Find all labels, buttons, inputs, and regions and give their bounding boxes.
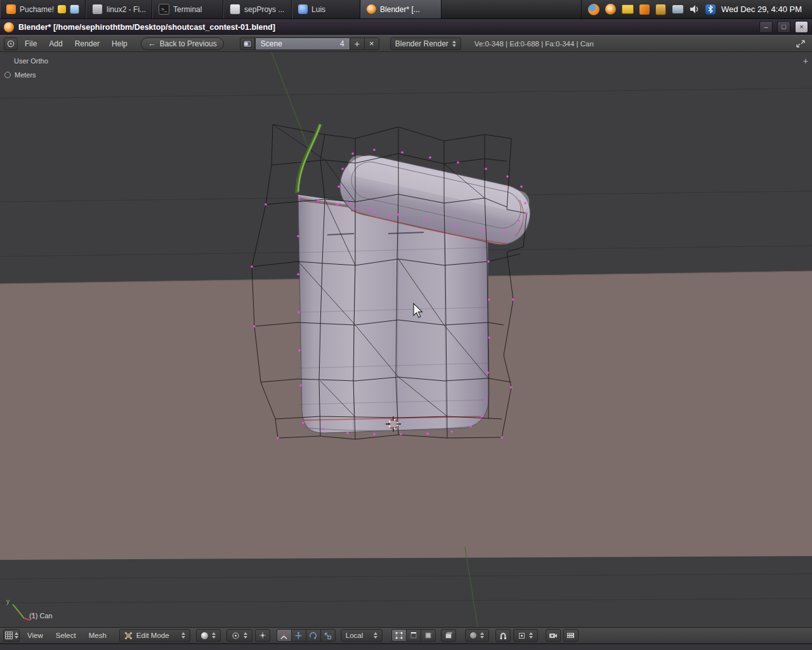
proportional-edit-dropdown[interactable] bbox=[465, 629, 489, 642]
taskbar-window-puchame[interactable]: Puchame! bbox=[0, 0, 86, 18]
back-arrow-icon: ← bbox=[148, 39, 156, 48]
fullscreen-icon[interactable] bbox=[796, 39, 806, 48]
taskbar-window-firefox[interactable]: linux2 - Fi... bbox=[86, 0, 152, 18]
manipulator-translate[interactable] bbox=[291, 629, 306, 642]
system-tray: Wed Dec 29, 4:40 PM bbox=[581, 0, 812, 18]
taskbar-window-luis[interactable]: Luis bbox=[292, 0, 360, 18]
window-title: Blender* [/home/sephirothtbm/Desktop/sho… bbox=[18, 23, 755, 32]
taskbar-window-terminal[interactable]: >_ Terminal bbox=[152, 0, 223, 18]
maximize-button[interactable]: □ bbox=[777, 21, 790, 33]
occlude-geometry-icon bbox=[445, 632, 452, 639]
menu-mesh[interactable]: Mesh bbox=[84, 630, 112, 640]
chat-icon bbox=[6, 4, 16, 14]
face-select-button[interactable] bbox=[421, 629, 436, 642]
viewport-header: View Select Mesh Edit Mode bbox=[0, 627, 812, 644]
keyring-tray-icon[interactable] bbox=[655, 4, 666, 15]
taskbar-window-label: Blender* [... bbox=[380, 5, 420, 14]
blender-tray-icon[interactable] bbox=[605, 4, 616, 15]
pivot-point-dropdown[interactable] bbox=[226, 629, 252, 642]
solid-shading-icon bbox=[201, 632, 208, 639]
film-icon bbox=[566, 632, 575, 639]
viewport-shading-dropdown[interactable] bbox=[196, 629, 221, 642]
window-titlebar[interactable]: Blender* [/home/sephirothtbm/Desktop/sho… bbox=[0, 19, 812, 35]
minimize-button[interactable]: – bbox=[759, 21, 773, 33]
magnet-icon bbox=[499, 632, 507, 640]
clock[interactable]: Wed Dec 29, 4:40 PM bbox=[721, 4, 806, 14]
scene-name: Scene bbox=[261, 39, 282, 48]
rotate-icon bbox=[309, 632, 317, 640]
menu-add[interactable]: Add bbox=[44, 38, 67, 50]
mode-dropdown[interactable]: Edit Mode bbox=[119, 629, 190, 642]
scene-datablock: Scene 4 + × bbox=[240, 37, 379, 50]
unit-icon bbox=[4, 72, 11, 78]
scene-statistics: Ve:0-348 | Ed:0-688 | Fa:0-344 | Can bbox=[475, 40, 594, 48]
proportional-edit-icon bbox=[470, 632, 476, 639]
firefox-tray-icon[interactable] bbox=[588, 4, 599, 15]
mode-label: Edit Mode bbox=[136, 632, 169, 639]
taskbar: Puchame! linux2 - Fi... >_ Terminal sepP… bbox=[0, 0, 812, 19]
viewport-canvas[interactable] bbox=[0, 52, 812, 627]
x-icon: × bbox=[369, 39, 374, 48]
3d-viewport[interactable]: User Ortho Meters + y x (1) Can bbox=[0, 52, 812, 627]
edge-select-button[interactable] bbox=[406, 629, 421, 642]
scene-name-field[interactable]: Scene 4 bbox=[255, 37, 350, 50]
scene-add-button[interactable]: + bbox=[350, 37, 365, 50]
manipulator-buttons bbox=[277, 629, 336, 642]
manipulator-scale[interactable] bbox=[320, 629, 336, 642]
limit-to-visible-button[interactable] bbox=[441, 629, 456, 642]
buddy-icon bbox=[298, 4, 308, 14]
unit-label: Meters bbox=[15, 71, 36, 79]
face-select-icon bbox=[424, 632, 432, 639]
bluetooth-icon[interactable] bbox=[705, 4, 716, 15]
manipulator-toggle[interactable] bbox=[277, 629, 292, 642]
pencil-icon bbox=[58, 5, 66, 13]
network-tray-icon[interactable] bbox=[672, 4, 684, 14]
axis-y-label: y bbox=[6, 598, 10, 605]
blender-icon bbox=[367, 4, 376, 14]
vertex-select-icon bbox=[395, 632, 403, 639]
scene-unlink-button[interactable]: × bbox=[364, 37, 379, 50]
snap-toggle-button[interactable] bbox=[495, 629, 511, 642]
info-header: File Add Render Help ← Back to Previous … bbox=[0, 35, 812, 52]
taskbar-window-blender[interactable]: Blender* [... bbox=[360, 0, 442, 18]
orientation-label: Local bbox=[346, 632, 363, 639]
pivot-icon bbox=[232, 632, 240, 640]
snap-increment-icon bbox=[518, 632, 525, 639]
files-tray-icon[interactable] bbox=[622, 4, 634, 14]
transform-orientation-dropdown[interactable]: Local bbox=[341, 629, 383, 642]
taskbar-window-sepproys[interactable]: sepProys ... bbox=[223, 0, 292, 18]
editor-type-info-icon[interactable] bbox=[4, 37, 18, 50]
plus-icon: + bbox=[355, 39, 360, 48]
scene-user-count: 4 bbox=[340, 39, 344, 48]
menu-view[interactable]: View bbox=[22, 630, 48, 640]
menu-help[interactable]: Help bbox=[107, 38, 133, 50]
chevron-updown-icon bbox=[452, 41, 456, 47]
taskbar-window-label: Puchame! bbox=[20, 5, 54, 14]
volume-icon[interactable] bbox=[690, 4, 700, 14]
properties-region-toggle[interactable]: + bbox=[803, 56, 808, 66]
opengl-render-anim-button[interactable] bbox=[563, 629, 579, 642]
menu-render[interactable]: Render bbox=[70, 38, 105, 50]
vertex-select-button[interactable] bbox=[391, 629, 407, 642]
editor-type-3dview-icon[interactable] bbox=[3, 629, 20, 642]
opengl-render-button[interactable] bbox=[546, 629, 561, 642]
pivot-align-icon bbox=[259, 632, 266, 639]
active-object-label: (1) Can bbox=[29, 612, 53, 620]
menu-select[interactable]: Select bbox=[51, 630, 81, 640]
translate-icon bbox=[294, 632, 303, 640]
render-engine-label: Blender Render bbox=[395, 39, 449, 48]
close-button[interactable]: × bbox=[795, 21, 808, 33]
pivot-align-toggle[interactable] bbox=[255, 629, 270, 642]
menu-file[interactable]: File bbox=[20, 38, 42, 50]
render-engine-dropdown[interactable]: Blender Render bbox=[390, 37, 461, 50]
snap-element-dropdown[interactable] bbox=[513, 629, 538, 642]
back-to-previous-button[interactable]: ← Back to Previous bbox=[141, 37, 224, 50]
window-bottom-edge bbox=[0, 644, 812, 650]
taskbar-window-label: Terminal bbox=[173, 5, 202, 14]
update-tray-icon[interactable] bbox=[639, 4, 650, 15]
manipulator-rotate[interactable] bbox=[306, 629, 321, 642]
view-name-label: User Ortho bbox=[14, 57, 48, 65]
document-icon bbox=[230, 4, 240, 15]
taskbar-window-label: linux2 - Fi... bbox=[107, 5, 146, 14]
scene-browse-icon[interactable] bbox=[240, 37, 255, 50]
